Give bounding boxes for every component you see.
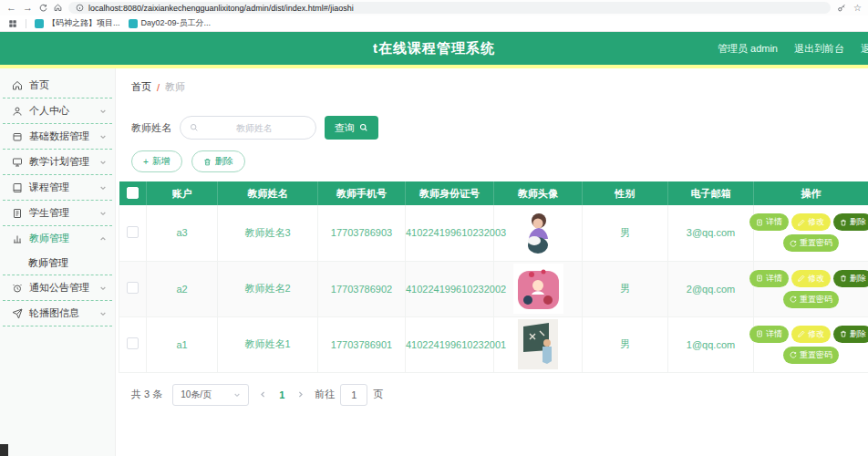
refresh-icon	[790, 295, 797, 303]
folder-icon	[12, 131, 23, 142]
edit-button[interactable]: 修改	[791, 270, 831, 287]
screen-corner-artifact	[0, 444, 8, 456]
cell-phone: 17703786902	[318, 261, 406, 316]
bookmark-label: Day02-09-员工分...	[141, 17, 212, 29]
chevron-down-icon	[233, 391, 241, 399]
row-checkbox[interactable]	[127, 226, 139, 238]
forward-icon[interactable]: →	[23, 3, 33, 13]
edit-button[interactable]: 修改	[791, 213, 831, 231]
bookmark-label: 【码神之路】项目...	[47, 17, 120, 29]
sidebar-item-teaching-plan[interactable]: 教学计划管理	[0, 150, 115, 174]
logout-link[interactable]: 退出	[861, 42, 868, 56]
info-icon	[76, 4, 84, 12]
table-row: a3 教师姓名3 17703786903 410224199610232003 …	[119, 205, 868, 261]
address-bar[interactable]: localhost:8080/zaixiankechengguanlixiton…	[68, 2, 831, 14]
sidebar-item-label: 学生管理	[29, 206, 69, 220]
search-box	[180, 116, 316, 140]
breadcrumb-separator: /	[157, 82, 160, 93]
favicon	[129, 19, 138, 28]
sidebar-item-home[interactable]: 首页	[0, 73, 115, 98]
teacher-avatar	[494, 319, 582, 369]
trash-icon	[840, 330, 847, 337]
row-delete-label: 删除	[850, 273, 866, 285]
refresh-icon	[790, 351, 797, 358]
exit-to-front-link[interactable]: 退出到前台	[794, 42, 844, 56]
header-user-area: 管理员 admin 退出到前台 退出	[718, 32, 868, 65]
row-actions: 详情 修改 删除 重置密码	[754, 326, 868, 364]
sidebar-subitem-teacher-management[interactable]: 教师管理	[0, 251, 115, 275]
goto-page-input[interactable]	[340, 384, 367, 406]
breadcrumb-home[interactable]: 首页	[131, 80, 151, 94]
row-delete-button[interactable]: 删除	[833, 326, 868, 343]
row-checkbox[interactable]	[127, 282, 139, 294]
teacher-name-input[interactable]	[202, 123, 306, 133]
sidebar-item-personal-center[interactable]: 个人中心	[0, 98, 115, 123]
bookmark-star-icon[interactable]: ☆	[853, 4, 862, 13]
add-button[interactable]: + 新增	[131, 150, 182, 172]
pagination: 共 3 条 10条/页 1 前往 页	[131, 384, 852, 406]
chevron-down-icon	[99, 108, 107, 115]
sidebar: 首页 个人中心 基础数据管理 教学计划管理	[0, 68, 116, 456]
cell-account: a3	[147, 205, 218, 261]
sidebar-item-basic-data[interactable]: 基础数据管理	[0, 124, 115, 149]
key-icon[interactable]	[837, 4, 846, 13]
cell-phone: 17703786903	[318, 205, 406, 261]
row-checkbox[interactable]	[127, 337, 139, 349]
sidebar-item-student-management[interactable]: 学生管理	[0, 201, 115, 225]
page-size-select[interactable]: 10条/页	[172, 384, 249, 406]
breadcrumb-current: 教师	[165, 80, 185, 94]
column-header-avatar: 教师头像	[494, 181, 583, 205]
document-icon	[756, 219, 763, 226]
detail-button[interactable]: 详情	[749, 270, 789, 287]
query-button[interactable]: 查询	[325, 116, 378, 140]
document-icon	[756, 275, 763, 282]
select-all-checkbox[interactable]	[127, 187, 139, 199]
next-page-icon[interactable]	[296, 390, 305, 399]
reset-password-button[interactable]: 重置密码	[783, 234, 839, 252]
add-button-label: 新增	[152, 155, 170, 168]
apps-grid-icon[interactable]	[8, 19, 17, 28]
trash-icon	[840, 219, 847, 226]
goto-page: 前往 页	[315, 384, 383, 406]
cell-gender: 男	[583, 205, 668, 261]
detail-button[interactable]: 详情	[749, 213, 789, 231]
sidebar-item-label: 教学计划管理	[29, 155, 89, 169]
toolbar: + 新增 删除	[131, 150, 852, 172]
chevron-down-icon	[99, 310, 107, 317]
sidebar-item-label: 通知公告管理	[29, 281, 89, 295]
refresh-icon[interactable]	[39, 4, 47, 12]
chevron-down-icon	[99, 285, 107, 292]
teacher-table: 账户 教师姓名 教师手机号 教师身份证号 教师头像 性别 电子邮箱 操作 a3	[119, 181, 868, 373]
reset-password-button[interactable]: 重置密码	[783, 291, 839, 308]
bookmark-item[interactable]: Day02-09-员工分...	[129, 17, 212, 29]
delete-button[interactable]: 删除	[191, 150, 245, 172]
back-icon[interactable]: ←	[6, 3, 16, 13]
current-page[interactable]: 1	[279, 389, 284, 400]
home-button-icon[interactable]	[54, 4, 62, 12]
table-row: a1 教师姓名1 17703786901 410224199610232001 …	[119, 316, 868, 372]
sidebar-item-carousel-info[interactable]: 轮播图信息	[0, 301, 115, 326]
reset-password-button[interactable]: 重置密码	[783, 347, 839, 364]
table-header-row: 账户 教师姓名 教师手机号 教师身份证号 教师头像 性别 电子邮箱 操作	[119, 181, 868, 205]
column-header-phone: 教师手机号	[318, 181, 406, 205]
bookmark-item[interactable]: 【码神之路】项目...	[35, 17, 120, 29]
pencil-icon	[798, 330, 805, 337]
column-header-idcard: 教师身份证号	[406, 181, 494, 205]
url-text: localhost:8080/zaixiankechengguanlixiton…	[88, 4, 354, 13]
sidebar-item-label: 个人中心	[29, 104, 69, 118]
row-delete-button[interactable]: 删除	[833, 270, 868, 287]
detail-button[interactable]: 详情	[749, 326, 789, 343]
cell-phone: 17703786901	[318, 316, 406, 372]
column-header-name: 教师姓名	[218, 181, 318, 205]
row-delete-button[interactable]: 删除	[833, 213, 868, 231]
sidebar-item-teacher-management[interactable]: 教师管理	[0, 226, 115, 251]
edit-label: 修改	[808, 216, 824, 228]
edit-button[interactable]: 修改	[791, 326, 831, 343]
page-title: t在线课程管理系统	[373, 40, 495, 57]
cell-name: 教师姓名3	[218, 205, 318, 261]
sidebar-item-notice-management[interactable]: 通知公告管理	[0, 275, 115, 300]
prev-page-icon[interactable]	[259, 390, 267, 399]
query-button-label: 查询	[335, 121, 355, 135]
sidebar-item-course-management[interactable]: 课程管理	[0, 175, 115, 200]
send-icon	[12, 308, 23, 319]
